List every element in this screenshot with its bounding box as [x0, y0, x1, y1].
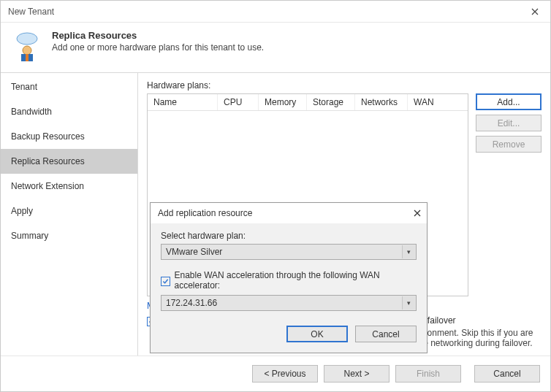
wan-accel-checkbox[interactable] [161, 277, 170, 286]
window-title: New Tenant [8, 7, 54, 17]
dialog-cancel-button[interactable]: Cancel [355, 326, 417, 342]
svg-point-1 [23, 46, 31, 55]
finish-button[interactable]: Finish [395, 365, 461, 383]
wizard-footer: < Previous Next > Finish Cancel [1, 356, 550, 391]
step-tenant[interactable]: Tenant [1, 74, 137, 99]
close-icon [531, 8, 539, 15]
wan-accel-label: Enable WAN acceleration through the foll… [175, 270, 417, 291]
step-replica-resources[interactable]: Replica Resources [1, 149, 137, 174]
chevron-down-icon: ▾ [402, 245, 415, 258]
previous-button[interactable]: < Previous [252, 365, 318, 383]
page-subtitle: Add one or more hardware plans for this … [52, 42, 264, 53]
col-memory[interactable]: Memory [259, 94, 307, 110]
svg-rect-3 [26, 54, 28, 61]
titlebar: New Tenant [1, 1, 550, 23]
hardware-plan-label: Select hardware plan: [161, 231, 417, 241]
grid-header: Name CPU Memory Storage Networks WAN [148, 94, 468, 111]
wizard-steps: Tenant Bandwidth Backup Resources Replic… [1, 73, 138, 356]
step-apply[interactable]: Apply [1, 199, 137, 223]
step-backup-resources[interactable]: Backup Resources [1, 124, 137, 149]
dialog-ok-button[interactable]: OK [286, 326, 348, 342]
window-close-button[interactable] [520, 1, 550, 23]
edit-button[interactable]: Edit... [476, 115, 542, 131]
add-button[interactable]: Add... [476, 93, 542, 110]
new-tenant-window: New Tenant Replica Resources Add one or … [0, 0, 551, 392]
step-summary[interactable]: Summary [1, 223, 137, 248]
add-replication-dialog: Add replication resource Select hardware… [150, 202, 428, 353]
wan-accel-value: 172.24.31.66 [166, 298, 217, 308]
svg-point-0 [17, 33, 37, 45]
tenant-icon [11, 30, 43, 62]
chevron-down-icon: ▾ [402, 296, 415, 310]
col-storage[interactable]: Storage [307, 94, 355, 110]
next-button[interactable]: Next > [324, 365, 390, 383]
step-network-extension[interactable]: Network Extension [1, 174, 137, 199]
col-wan[interactable]: WAN [408, 94, 468, 110]
close-icon [414, 210, 421, 217]
step-bandwidth[interactable]: Bandwidth [1, 99, 137, 124]
wan-accel-select[interactable]: 172.24.31.66 ▾ [161, 295, 417, 311]
hardware-plan-value: VMware Silver [166, 247, 222, 257]
dialog-close-button[interactable] [414, 207, 421, 219]
page-header: Replica Resources Add one or more hardwa… [1, 23, 550, 72]
cancel-button[interactable]: Cancel [474, 365, 540, 383]
hardware-plans-label: Hardware plans: [147, 80, 542, 91]
check-icon [162, 278, 169, 285]
col-cpu[interactable]: CPU [218, 94, 259, 110]
hardware-plan-select[interactable]: VMware Silver ▾ [161, 244, 417, 260]
col-name[interactable]: Name [148, 94, 218, 110]
col-networks[interactable]: Networks [355, 94, 408, 110]
remove-button[interactable]: Remove [476, 136, 542, 153]
dialog-title: Add replication resource [158, 208, 252, 218]
page-title: Replica Resources [52, 30, 264, 41]
